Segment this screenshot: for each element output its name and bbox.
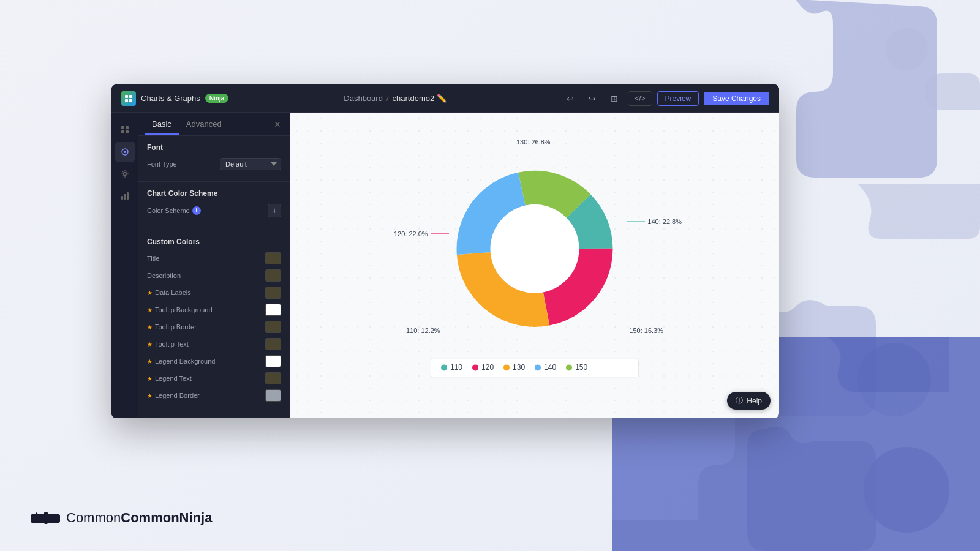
svg-rect-7 — [129, 99, 132, 102]
color-row-legend-text: ★ Legend Text — [147, 372, 281, 384]
breadcrumb-current: chartdemo2 ✏️ — [393, 94, 447, 103]
svg-point-13 — [124, 151, 126, 153]
svg-rect-15 — [121, 196, 123, 200]
sidebar-icons — [111, 113, 138, 418]
help-button[interactable]: ⓘ Help — [727, 392, 771, 410]
sidebar-icon-paint[interactable] — [115, 142, 135, 162]
sidebar-icon-grid[interactable] — [115, 120, 135, 140]
color-row-tooltip-bg: ★ Tooltip Background — [147, 304, 281, 316]
donut-center — [491, 204, 579, 293]
svg-point-14 — [123, 173, 126, 176]
app-body: Basic Advanced ✕ Font Font Type Default … — [111, 113, 779, 418]
sidebar-icon-chart[interactable] — [115, 186, 135, 206]
ninja-badge: Ninja — [205, 94, 228, 103]
color-swatch-tooltip-text[interactable] — [265, 338, 281, 350]
redo-button[interactable]: ↪ — [584, 90, 601, 107]
legend-dot-140 — [535, 364, 541, 370]
legend-label-110: 110 — [450, 363, 462, 372]
chart-label-140: 140: 22.8% — [627, 218, 682, 225]
color-scheme-header: Color Scheme i + — [147, 204, 281, 217]
legend-dot-130 — [503, 364, 510, 370]
color-swatch-legend-border[interactable] — [265, 389, 281, 402]
brand-icon — [121, 91, 136, 106]
svg-rect-17 — [127, 192, 129, 200]
svg-rect-6 — [125, 99, 128, 102]
edit-icon[interactable]: ✏️ — [437, 94, 447, 103]
preview-button[interactable]: Preview — [657, 91, 699, 106]
color-swatch-legend-bg[interactable] — [265, 355, 281, 367]
bottom-brand-name: CommonCommonNinja — [66, 510, 212, 526]
legend-label-150: 150 — [575, 363, 587, 372]
star-icon-3: ★ — [147, 324, 153, 331]
legend-item-150: 150 — [566, 363, 587, 372]
star-icon-6: ★ — [147, 375, 153, 382]
legend-item-140: 140 — [535, 363, 556, 372]
undo-button[interactable]: ↩ — [562, 90, 579, 107]
custom-sizes-section: Custom Sizes — [138, 414, 290, 418]
chart-label-130: 130: 26.8% — [516, 138, 551, 146]
color-row-data-labels: ★ Data Labels — [147, 287, 281, 299]
color-row-title: Title — [147, 252, 281, 264]
bottom-logo: CommonCommonNinja — [31, 509, 212, 527]
color-label-tooltip-text: ★ Tooltip Text — [147, 340, 189, 348]
svg-rect-8 — [121, 126, 124, 129]
color-swatch-data-labels[interactable] — [265, 287, 281, 299]
color-row-legend-bg: ★ Legend Background — [147, 355, 281, 367]
help-icon: ⓘ — [736, 395, 743, 406]
help-label: Help — [747, 397, 762, 405]
add-color-scheme-button[interactable]: + — [268, 204, 281, 217]
color-swatch-tooltip-bg[interactable] — [265, 304, 281, 316]
chart-area: 130: 26.8% 140: 22.8% 150: 16.3% 110: 12… — [431, 144, 639, 377]
legend-item-120: 120 — [472, 363, 494, 372]
tab-close-button[interactable]: ✕ — [271, 117, 284, 132]
app-header: Charts & Graphs Ninja Dashboard / chartd… — [111, 84, 779, 113]
bottom-brand-strong: CommonNinja — [121, 510, 212, 525]
svg-point-3 — [864, 447, 949, 533]
breadcrumb-dashboard[interactable]: Dashboard — [344, 94, 383, 103]
legend-item-110: 110 — [441, 363, 462, 372]
breadcrumb-separator: / — [386, 94, 389, 103]
settings-button[interactable]: ⊞ — [606, 90, 623, 107]
legend-label-120: 120 — [481, 363, 494, 372]
header-brand: Charts & Graphs Ninja — [121, 91, 228, 106]
legend-item-130: 130 — [503, 363, 525, 372]
color-label-description: Description — [147, 272, 181, 279]
color-label-title: Title — [147, 255, 159, 262]
svg-rect-9 — [126, 126, 129, 129]
color-label-tooltip-bg: ★ Tooltip Background — [147, 306, 213, 313]
svg-point-0 — [885, 28, 928, 70]
svg-rect-5 — [129, 95, 132, 98]
save-button[interactable]: Save Changes — [704, 92, 769, 105]
info-icon[interactable]: i — [192, 206, 201, 215]
color-swatch-tooltip-border[interactable] — [265, 321, 281, 333]
color-scheme-label: Color Scheme i — [147, 206, 201, 215]
color-swatch-description[interactable] — [265, 269, 281, 282]
color-row-description: Description — [147, 269, 281, 282]
chart-label-120: 120: 22.0% — [394, 230, 449, 238]
custom-colors-section: Custom Colors Title Description ★ Data L… — [138, 230, 290, 414]
color-swatch-legend-text[interactable] — [265, 372, 281, 384]
font-section-title: Font — [147, 143, 281, 152]
chart-label-110: 110: 12.2% — [406, 327, 440, 334]
sidebar-icon-settings[interactable] — [115, 164, 135, 184]
svg-rect-25 — [44, 512, 48, 524]
chart-legend: 110 120 130 140 — [431, 358, 639, 377]
color-swatch-title[interactable] — [265, 252, 281, 264]
legend-dot-150 — [566, 364, 572, 370]
code-button[interactable]: </> — [628, 91, 652, 106]
color-scheme-label-text: Color Scheme — [147, 207, 190, 214]
color-label-legend-text: ★ Legend Text — [147, 375, 192, 382]
font-type-row: Font Type Default Arial Helvetica — [147, 158, 281, 170]
tab-advanced[interactable]: Advanced — [179, 114, 229, 135]
chart-label-150: 150: 16.3% — [629, 327, 663, 334]
color-label-legend-bg: ★ Legend Background — [147, 358, 215, 365]
color-row-tooltip-text: ★ Tooltip Text — [147, 338, 281, 350]
legend-dot-110 — [441, 364, 447, 370]
custom-colors-title: Custom Colors — [147, 238, 281, 246]
tab-basic[interactable]: Basic — [145, 114, 179, 135]
color-label-data-labels: ★ Data Labels — [147, 289, 191, 296]
header-actions: ↩ ↪ ⊞ </> Preview Save Changes — [562, 90, 769, 107]
chart-color-scheme-title: Chart Color Scheme — [147, 189, 281, 198]
main-canvas: 130: 26.8% 140: 22.8% 150: 16.3% 110: 12… — [290, 113, 779, 418]
font-type-select[interactable]: Default Arial Helvetica — [220, 158, 281, 170]
